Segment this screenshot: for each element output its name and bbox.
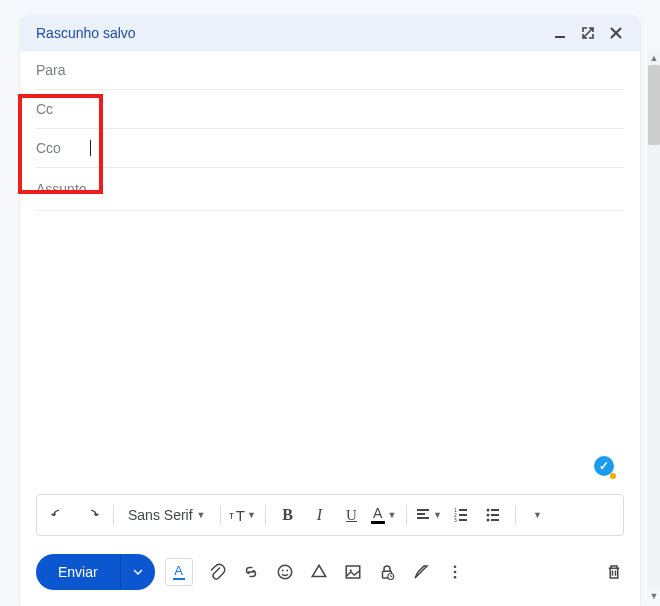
cc-field-row[interactable]: Cc <box>36 90 624 129</box>
bcc-input[interactable] <box>91 140 624 156</box>
undo-icon[interactable] <box>45 501 73 529</box>
signature-icon[interactable] <box>411 562 431 582</box>
underline-icon[interactable]: U <box>338 501 366 529</box>
separator <box>113 505 114 525</box>
bottom-toolbar: Enviar A <box>20 546 640 606</box>
scroll-down-icon[interactable]: ▼ <box>648 590 660 602</box>
to-input[interactable] <box>86 62 624 78</box>
svg-point-6 <box>486 519 489 522</box>
drive-icon[interactable] <box>309 562 329 582</box>
separator <box>265 505 266 525</box>
to-field-row[interactable]: Para <box>36 51 624 90</box>
cc-input[interactable] <box>86 101 624 117</box>
minimize-icon[interactable] <box>552 25 568 41</box>
fullscreen-icon[interactable] <box>580 25 596 41</box>
send-options-button[interactable] <box>120 554 155 590</box>
chevron-down-icon: ▼ <box>388 510 397 520</box>
send-button-group: Enviar <box>36 554 155 590</box>
svg-point-9 <box>286 570 288 572</box>
separator <box>220 505 221 525</box>
italic-icon[interactable]: I <box>306 501 334 529</box>
more-formatting-icon[interactable]: ▼ <box>524 501 552 529</box>
separator <box>406 505 407 525</box>
image-icon[interactable] <box>343 562 363 582</box>
numbered-list-icon[interactable]: 123 <box>447 501 475 529</box>
confidential-icon[interactable] <box>377 562 397 582</box>
cc-label: Cc <box>36 101 76 117</box>
close-icon[interactable] <box>608 25 624 41</box>
window-controls <box>552 25 624 41</box>
format-toolbar: Sans Serif ▼ тT ▼ B I U A ▼ ▼ 123 <box>36 494 624 536</box>
chevron-down-icon: ▼ <box>197 510 206 520</box>
link-icon[interactable] <box>241 562 261 582</box>
bcc-label: Cco <box>36 140 76 156</box>
notification-dot <box>610 473 616 479</box>
svg-text:3: 3 <box>454 517 457 523</box>
send-button[interactable]: Enviar <box>36 554 120 590</box>
bottom-right-tools <box>604 562 624 582</box>
message-body[interactable] <box>36 211 624 421</box>
chevron-down-icon: ▼ <box>533 510 542 520</box>
scroll-up-icon[interactable]: ▲ <box>648 52 660 64</box>
bold-icon[interactable]: B <box>274 501 302 529</box>
scrollbar-thumb[interactable] <box>648 65 660 145</box>
font-family-label: Sans Serif <box>128 507 193 523</box>
chevron-down-icon: ▼ <box>247 510 256 520</box>
subject-label: Assunto <box>36 181 87 197</box>
more-options-icon[interactable] <box>445 562 465 582</box>
compose-body-area: Para Cc Cco Assunto <box>20 51 640 494</box>
attach-icon[interactable] <box>207 562 227 582</box>
text-color-tool-icon[interactable]: A <box>165 558 193 586</box>
compose-window: Rascunho salvo Para Cc Cco <box>20 15 640 606</box>
compose-header: Rascunho salvo <box>20 15 640 51</box>
svg-point-7 <box>278 565 292 579</box>
bullet-list-icon[interactable] <box>479 501 507 529</box>
bcc-field-row[interactable]: Cco <box>36 129 624 168</box>
svg-point-8 <box>282 570 284 572</box>
subject-field-row[interactable]: Assunto <box>36 168 624 211</box>
compose-tools: A <box>165 558 465 586</box>
svg-point-15 <box>453 571 456 574</box>
svg-point-5 <box>486 514 489 517</box>
svg-point-16 <box>453 576 456 579</box>
font-family-picker[interactable]: Sans Serif ▼ <box>122 507 212 523</box>
redo-icon[interactable] <box>77 501 105 529</box>
align-icon[interactable]: ▼ <box>415 501 443 529</box>
separator <box>515 505 516 525</box>
chevron-down-icon: ▼ <box>433 510 442 520</box>
font-size-picker[interactable]: тT ▼ <box>229 501 257 529</box>
compose-title: Rascunho salvo <box>36 25 136 41</box>
svg-point-4 <box>486 509 489 512</box>
discard-icon[interactable] <box>604 562 624 582</box>
emoji-icon[interactable] <box>275 562 295 582</box>
text-color-icon[interactable]: A ▼ <box>370 501 398 529</box>
svg-point-14 <box>453 565 456 568</box>
to-label: Para <box>36 62 76 78</box>
